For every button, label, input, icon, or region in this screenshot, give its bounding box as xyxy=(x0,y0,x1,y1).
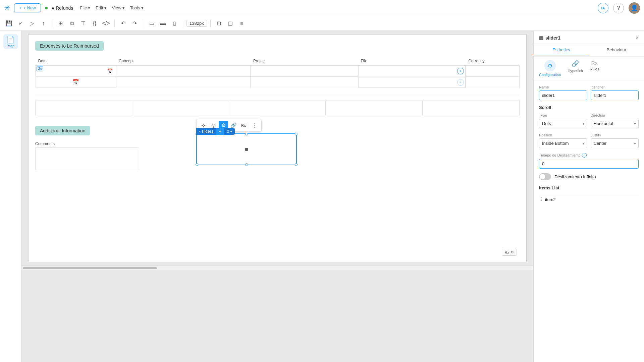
save-button[interactable]: 💾 xyxy=(4,18,14,28)
logo-icon[interactable]: ✳ xyxy=(4,4,10,12)
corner-handle-bc[interactable] xyxy=(245,163,248,166)
table-row: 📅 + xyxy=(36,76,520,88)
rules-label: Rules xyxy=(590,67,599,71)
bottom-cell-1[interactable] xyxy=(36,101,132,116)
ft-more-button[interactable]: ⋮ xyxy=(250,121,259,130)
project-input-1[interactable] xyxy=(253,67,356,75)
sl-number[interactable]: 0 ▾ xyxy=(224,128,235,135)
ia-button[interactable]: IA xyxy=(598,3,608,13)
rx-badge[interactable]: Rx ⚙ xyxy=(502,249,517,256)
help-button[interactable]: ? xyxy=(613,3,624,13)
comments-textarea[interactable] xyxy=(35,147,139,170)
nav-file[interactable]: File ▾ xyxy=(80,5,90,10)
check-button[interactable]: ✓ xyxy=(15,18,25,28)
scrollbar-thumb[interactable] xyxy=(23,267,157,269)
type-select[interactable]: Dots Arrows None xyxy=(539,119,587,128)
new-label: + New xyxy=(23,5,36,10)
cell-currency-1[interactable] xyxy=(466,66,519,77)
sl-back-button[interactable]: ‹ slider1 xyxy=(196,128,216,135)
tiempo-label: Tiempo de Deslizamiento i xyxy=(539,153,639,158)
page-label: Page xyxy=(7,44,14,48)
settings-button[interactable]: ≡ xyxy=(237,18,247,28)
mobile-button[interactable]: ▯ xyxy=(169,18,179,28)
calendar-icon-1[interactable]: 📅 xyxy=(107,68,113,74)
sidebar-item-page[interactable]: 📄 Page xyxy=(3,34,18,49)
desktop-button[interactable]: ▭ xyxy=(147,18,157,28)
cell-project-1[interactable] xyxy=(251,66,358,77)
calendar-icon-2[interactable]: 📅 xyxy=(72,79,79,85)
window-button[interactable]: ▢ xyxy=(225,18,235,28)
px-value[interactable]: 1382px xyxy=(186,20,207,27)
corner-handle-tc[interactable] xyxy=(245,133,248,135)
cell-date-2[interactable]: 📅 xyxy=(36,77,116,87)
slider-component[interactable] xyxy=(196,133,297,165)
direction-select[interactable]: Horizontal Vertical xyxy=(591,119,639,128)
corner-handle-bl[interactable] xyxy=(196,163,198,166)
identifier-input[interactable] xyxy=(591,90,639,100)
subtab-hyperlink[interactable]: 🔗 Hyperlink xyxy=(568,60,583,77)
monitor-button[interactable]: ⊡ xyxy=(214,18,224,28)
nav-menu: File ▾ Edit ▾ View ▾ Tools ▾ xyxy=(80,5,144,10)
undo-button[interactable]: ↶ xyxy=(118,18,128,28)
type-select-wrap: Dots Arrows None ▾ xyxy=(539,119,587,128)
name-field: Name xyxy=(539,85,587,100)
horizontal-scrollbar[interactable] xyxy=(21,265,533,270)
scroll-section-title: Scroll xyxy=(539,105,639,110)
file-add-icon-2[interactable]: + xyxy=(457,79,464,86)
sl-plus-button[interactable]: + xyxy=(216,128,224,135)
cell-currency-2[interactable] xyxy=(466,76,519,88)
rp-close-button[interactable]: × xyxy=(636,35,639,41)
cell-file-1[interactable]: + xyxy=(358,66,466,76)
expenses-table: Date Concept Project File Currency Js xyxy=(35,57,520,88)
ft-rx-button[interactable]: Rx xyxy=(239,121,248,130)
page-name: ● Refunds xyxy=(52,5,73,11)
cell-date-1[interactable]: Js 📅 xyxy=(36,66,116,77)
table-row: Js 📅 + xyxy=(36,66,520,77)
cell-concept-2[interactable] xyxy=(116,76,251,88)
corner-handle-br[interactable] xyxy=(295,163,298,166)
rx-label: Rx xyxy=(505,250,509,254)
justify-select[interactable]: Center Left Right xyxy=(591,138,639,148)
file-add-icon-1[interactable]: + xyxy=(457,68,464,74)
name-input[interactable] xyxy=(539,90,587,100)
concept-input-1[interactable] xyxy=(118,67,249,75)
cell-project-2[interactable] xyxy=(251,76,358,88)
drag-icon[interactable]: ⠿ xyxy=(539,197,542,202)
position-field: Position Inside Bottom Inside Top Outsid… xyxy=(539,133,587,148)
rp-title-text: slider1 xyxy=(545,35,560,41)
cell-concept-1[interactable] xyxy=(116,66,251,77)
code-button[interactable]: {} xyxy=(90,18,100,28)
hyperlink-icon: 🔗 xyxy=(572,60,579,67)
tablet-h-button[interactable]: ▬ xyxy=(158,18,168,28)
export-button[interactable]: ↑ xyxy=(38,18,48,28)
tab-esthetics[interactable]: Esthetics xyxy=(534,44,589,56)
infinite-toggle[interactable] xyxy=(539,173,551,180)
cell-file-2[interactable]: + xyxy=(358,77,466,88)
bottom-cell-5[interactable] xyxy=(423,101,519,116)
type-label: Type xyxy=(539,113,587,117)
new-plus-icon: + xyxy=(19,5,22,10)
layers-button[interactable]: ⧉ xyxy=(67,18,77,28)
canvas-area[interactable]: Expenses to be Reimbursed Date Concept P… xyxy=(21,31,533,362)
type-field: Type Dots Arrows None ▾ xyxy=(539,113,587,128)
nav-edit[interactable]: Edit ▾ xyxy=(96,5,106,10)
bottom-cell-4[interactable] xyxy=(326,101,422,116)
new-button[interactable]: + + New xyxy=(14,3,41,12)
position-select[interactable]: Inside Bottom Inside Top Outside Bottom xyxy=(539,138,587,148)
subtab-configuration[interactable]: ⚙ Configuration xyxy=(539,60,561,77)
tiempo-input[interactable] xyxy=(539,159,639,169)
corner-handle-tr[interactable] xyxy=(295,133,298,135)
tab-behaviour[interactable]: Behaviour xyxy=(589,44,644,56)
bottom-cell-3[interactable] xyxy=(229,101,326,116)
play-button[interactable]: ▷ xyxy=(27,18,37,28)
redo-button[interactable]: ↷ xyxy=(129,18,140,28)
bottom-cell-2[interactable] xyxy=(132,101,229,116)
nav-view[interactable]: View ▾ xyxy=(112,5,125,10)
source-button[interactable]: </> xyxy=(101,18,111,28)
subtab-rules[interactable]: Rx Rules xyxy=(590,60,599,77)
nav-tools[interactable]: Tools ▾ xyxy=(130,5,144,10)
justify-field: Justify Center Left Right ▾ xyxy=(591,133,639,148)
avatar[interactable]: 👤 xyxy=(629,2,640,14)
tree-button[interactable]: ⊤ xyxy=(78,18,88,28)
components-button[interactable]: ⊞ xyxy=(55,18,65,28)
